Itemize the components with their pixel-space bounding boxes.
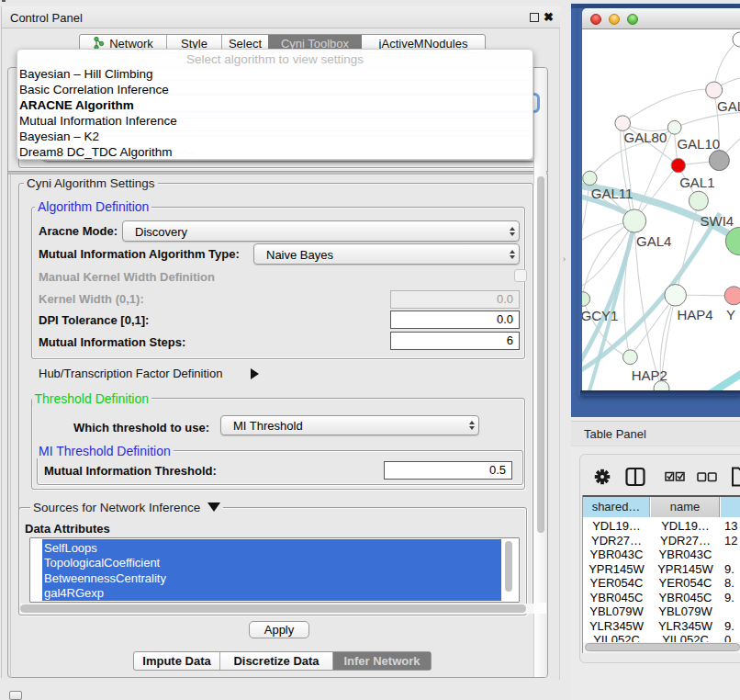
svg-text:GCY1: GCY1 <box>582 308 618 323</box>
svg-text:GAL2: GAL2 <box>717 98 740 114</box>
svg-text:HAP4: HAP4 <box>678 307 713 322</box>
svg-text:GAL1: GAL1 <box>679 175 714 190</box>
svg-text:GAL11: GAL11 <box>591 186 633 201</box>
svg-text:GAL4: GAL4 <box>636 233 671 249</box>
svg-text:HAP2: HAP2 <box>632 367 667 383</box>
svg-text:GAL80: GAL80 <box>624 130 667 145</box>
svg-text:GAL10: GAL10 <box>677 136 720 152</box>
svg-text:Y: Y <box>726 307 735 322</box>
svg-text:SWI4: SWI4 <box>701 213 734 229</box>
